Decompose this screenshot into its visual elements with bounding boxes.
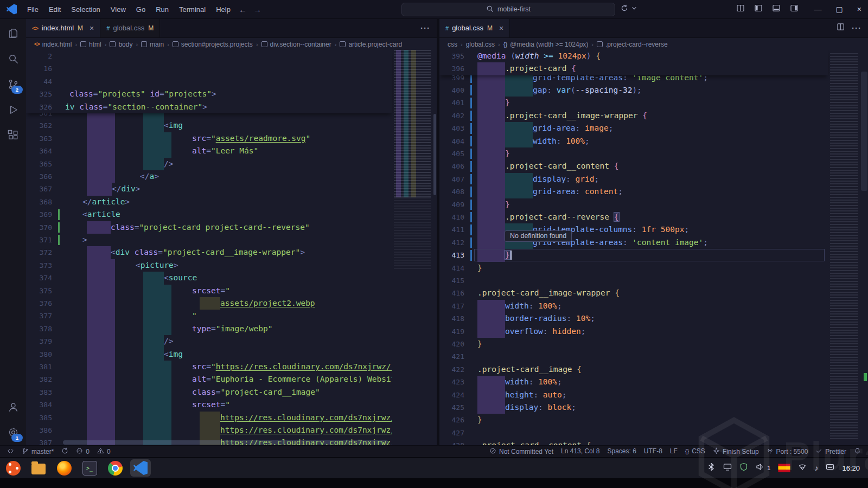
- status-ln-413-col-8[interactable]: Ln 413, Col 8: [557, 447, 603, 455]
- command-search-box[interactable]: mobile-first: [401, 3, 615, 16]
- code-line-406[interactable]: 406.project-card__content {: [439, 160, 828, 172]
- minimap[interactable]: [828, 50, 860, 445]
- code-line-400[interactable]: 400gap: var(--spacing-32);: [439, 84, 828, 97]
- chrome-app-icon[interactable]: [105, 459, 125, 477]
- breadcrumb-item[interactable]: section#projects.projects: [173, 41, 253, 48]
- code-line-404[interactable]: 404width: 100%;: [439, 135, 828, 147]
- status-master-[interactable]: master*: [18, 447, 58, 456]
- code-line-417[interactable]: 417width: 100%;: [439, 300, 828, 312]
- code-line-418[interactable]: 418border-radius: 10%;: [439, 312, 828, 325]
- status-not-committed-yet[interactable]: Not Committed Yet: [486, 447, 557, 456]
- refresh-icon[interactable]: [621, 4, 628, 14]
- vertical-scrollbar[interactable]: [433, 50, 437, 445]
- status-remote[interactable]: [3, 447, 18, 456]
- code-line-381[interactable]: 381src="https://res.cloudinary.com/ds7nx…: [26, 361, 392, 373]
- status-spaces-6[interactable]: Spaces: 6: [603, 447, 640, 455]
- status-utf-8[interactable]: UTF-8: [640, 447, 666, 455]
- code-line-2[interactable]: 2: [26, 50, 392, 62]
- code-line-405[interactable]: 405}: [439, 147, 828, 160]
- code-line-422[interactable]: 422.project-card__image {: [439, 363, 828, 376]
- code-line-384[interactable]: 384srcset=": [26, 399, 392, 411]
- menu-file[interactable]: File: [22, 3, 43, 16]
- network-icon[interactable]: [798, 463, 807, 473]
- editor-actions-more-icon[interactable]: ···: [852, 23, 861, 33]
- menu-terminal[interactable]: Terminal: [174, 3, 210, 16]
- toggle-sidebar-left-icon[interactable]: [754, 4, 763, 15]
- volume-icon[interactable]: [756, 463, 764, 473]
- window-minimize-button[interactable]: —: [814, 5, 822, 14]
- code-line-427[interactable]: 427: [439, 427, 828, 439]
- breadcrumb-item[interactable]: article.project-card: [340, 41, 402, 48]
- code-line-410[interactable]: 410.project-card--reverse {: [439, 211, 828, 223]
- status-0[interactable]: 0: [72, 447, 93, 456]
- status-prettier[interactable]: Prettier: [812, 447, 850, 456]
- breadcrumb-item[interactable]: main: [141, 41, 164, 48]
- toggle-panel-icon[interactable]: [772, 4, 781, 15]
- shield-icon[interactable]: [739, 463, 748, 473]
- code-line-362[interactable]: 362<img: [26, 119, 392, 132]
- code-line-16[interactable]: 16: [26, 62, 392, 75]
- code-line-370[interactable]: 370class="project-card project-card--rev…: [26, 221, 392, 234]
- editor-right[interactable]: 399grid-template-areas: 'image content';…: [439, 50, 868, 445]
- breadcrumb-item[interactable]: global.css: [466, 41, 495, 48]
- tab-close-icon[interactable]: ×: [499, 24, 503, 33]
- code-line-44[interactable]: 44: [26, 75, 392, 88]
- breadcrumb-item[interactable]: <>index.html: [34, 41, 72, 48]
- code-line-378[interactable]: 378type="image/webp": [26, 323, 392, 335]
- ubuntu-menu-icon[interactable]: [3, 459, 23, 477]
- code-line-419[interactable]: 419overflow: hidden;: [439, 325, 828, 338]
- status-css[interactable]: {}CSS: [681, 447, 709, 455]
- window-close-button[interactable]: ×: [857, 5, 861, 14]
- code-line-379[interactable]: 379/>: [26, 335, 392, 348]
- menu-view[interactable]: View: [106, 3, 131, 16]
- window-maximize-button[interactable]: ▢: [836, 5, 843, 14]
- tab-close-icon[interactable]: ×: [90, 24, 94, 33]
- chevron-down-icon[interactable]: [630, 4, 638, 14]
- code-line-382[interactable]: 382alt="Euphoria - Ecommerce (Apparels) …: [26, 373, 392, 386]
- explorer-icon[interactable]: [0, 21, 26, 46]
- source-control-icon[interactable]: 2: [0, 72, 26, 97]
- keyboard-layout-flag-icon[interactable]: [778, 464, 790, 472]
- code-line-424[interactable]: 424height: auto;: [439, 389, 828, 401]
- code-line-407[interactable]: 407display: grid;: [439, 173, 828, 185]
- menu-go[interactable]: Go: [131, 3, 150, 16]
- bluetooth-icon[interactable]: [707, 463, 716, 473]
- code-line-326[interactable]: 326iv class="section--container">: [26, 101, 392, 113]
- breadcrumb-item[interactable]: .project-card--reverse: [597, 41, 668, 48]
- code-line-413[interactable]: 413}: [439, 249, 828, 261]
- editor-actions-more-icon[interactable]: ···: [420, 23, 430, 33]
- firefox-app-icon[interactable]: [54, 459, 74, 477]
- menu-selection[interactable]: Selection: [66, 3, 105, 16]
- status-finish-setup[interactable]: Finish Setup: [709, 447, 763, 456]
- code-line-386[interactable]: 386https://res.cloudinary.com/ds7nxjrwz/…: [26, 424, 392, 436]
- breadcrumb-item[interactable]: html: [80, 41, 101, 48]
- code-line-423[interactable]: 423width: 100%;: [439, 376, 828, 388]
- code-line-428[interactable]: 428.project-card__content {: [439, 439, 828, 445]
- code-line-411[interactable]: 411grid-template-columns: 1fr 500px;: [439, 223, 828, 236]
- code-line-396[interactable]: 396.project-card {: [439, 62, 828, 75]
- code-line-376[interactable]: 376assets/project2.webp: [26, 297, 392, 310]
- code-line-383[interactable]: 383class="project-card__image": [26, 386, 392, 399]
- code-line-395[interactable]: 395@media (width >= 1024px) {: [439, 50, 828, 62]
- code-line-364[interactable]: 364alt="Leer Más": [26, 145, 392, 157]
- toggle-sidebar-right-icon[interactable]: [790, 4, 799, 15]
- nav-forward-icon[interactable]: →: [250, 5, 265, 14]
- code-line-373[interactable]: 373<picture>: [26, 259, 392, 272]
- code-line-369[interactable]: 369<article: [26, 208, 392, 221]
- menu-run[interactable]: Run: [151, 3, 174, 16]
- code-line-415[interactable]: 415: [439, 274, 828, 287]
- vscode-app-icon[interactable]: [130, 459, 151, 477]
- code-line-363[interactable]: 363src="assets/readmore.svg": [26, 132, 392, 145]
- code-line-365[interactable]: 365/>: [26, 158, 392, 170]
- code-line-401[interactable]: 401}: [439, 97, 828, 109]
- code-line-380[interactable]: 380<img: [26, 348, 392, 361]
- code-line-372[interactable]: 372<div class="project-card__image-wrapp…: [26, 246, 392, 259]
- breadcrumb-item[interactable]: body: [110, 41, 132, 48]
- code-line-421[interactable]: 421: [439, 350, 828, 363]
- code-line-325[interactable]: 325class="projects" id="projects">: [26, 88, 392, 100]
- code-line-374[interactable]: 374<source: [26, 272, 392, 284]
- minimap[interactable]: [392, 50, 433, 445]
- code-line-368[interactable]: 368</article>: [26, 196, 392, 208]
- search-sidebar-icon[interactable]: [0, 46, 26, 72]
- tab-global.css[interactable]: #global.cssM×: [439, 18, 510, 37]
